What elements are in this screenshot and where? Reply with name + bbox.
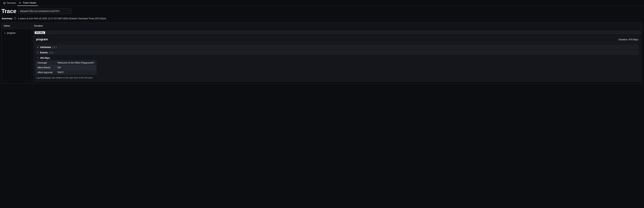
attr-key: effect.logLevel <box>36 70 55 75</box>
section-events-count: ( 1 ) <box>49 51 53 54</box>
summary-text: 1 spans at Sun Feb 16 2025 13:27:03 GMT-… <box>18 17 106 20</box>
help-icon[interactable] <box>14 17 16 20</box>
svg-point-2 <box>15 19 15 19</box>
detail-duration: Duration: 970.00µs <box>618 38 638 41</box>
attr-key: message <box>36 60 55 65</box>
section-attributes-count: ( 1 ) <box>52 46 56 49</box>
event-timestamp: 365.00µs <box>40 57 50 59</box>
span-row-program[interactable]: program <box>3 31 30 35</box>
chevron-up-icon <box>37 57 39 59</box>
tab-trace-viewer-label: Trace Viewer <box>23 1 36 4</box>
chevron-up-icon <box>37 52 39 54</box>
gantt-icon <box>19 1 22 4</box>
svg-rect-0 <box>4 2 6 4</box>
page-title: Trace <box>2 8 16 14</box>
event-row[interactable]: 365.00µs <box>36 55 639 60</box>
tab-terminal[interactable]: Terminal <box>2 0 17 6</box>
table-row: message"Welcome to the Effect Playground… <box>36 60 96 65</box>
table-row: effect.logLevel"INFO" <box>36 70 96 75</box>
section-events-title: Events <box>40 51 48 54</box>
summary: Summary 1 spans at Sun Feb 16 2025 13:27… <box>0 16 644 22</box>
section-attributes-title: Attributes <box>40 46 51 49</box>
span-detail-card: program Duration: 970.00µs Attributes ( … <box>34 35 641 82</box>
attr-value: "INFO" <box>55 70 96 75</box>
table-row: effect.fiberId"#0" <box>36 65 96 70</box>
terminal-icon <box>3 2 6 4</box>
panel-header: Name Duration <box>2 23 642 29</box>
column-duration: Duration <box>32 23 642 29</box>
attr-value: "#0" <box>55 65 96 70</box>
span-detail-pane: 970.00µs program Duration: 970.00µs Attr… <box>32 29 642 84</box>
footnote: Log timestamps are relative to the start… <box>36 76 639 79</box>
section-events[interactable]: Events ( 1 ) <box>36 50 639 55</box>
chevron-up-down-icon <box>68 10 70 12</box>
attr-key: effect.fiberId <box>36 65 55 70</box>
span-tree: program <box>2 29 32 84</box>
trace-select-value: 8dda8d72f9c12e113e0de5141d57ff75 <box>20 10 60 12</box>
span-name: program <box>7 32 16 34</box>
timeline-bar: 970.00µs <box>35 31 45 34</box>
trace-panel: Name Duration program 970.00µs program D… <box>2 22 642 84</box>
span-bullet-icon <box>4 32 6 33</box>
chevron-down-icon <box>37 46 39 48</box>
tab-trace-viewer[interactable]: Trace Viewer <box>17 0 38 6</box>
top-tabs: Terminal Trace Viewer <box>0 0 644 6</box>
column-name: Name <box>2 23 32 29</box>
toolbar: Trace 8dda8d72f9c12e113e0de5141d57ff75 <box>0 6 644 16</box>
timeline[interactable]: 970.00µs <box>34 30 641 34</box>
trace-select[interactable]: 8dda8d72f9c12e113e0de5141d57ff75 <box>18 8 72 14</box>
section-attributes[interactable]: Attributes ( 1 ) <box>36 45 639 50</box>
detail-span-name: program <box>36 38 48 41</box>
event-attributes-table: message"Welcome to the Effect Playground… <box>36 60 96 75</box>
attr-value: "Welcome to the Effect Playground!" <box>55 60 96 65</box>
summary-label: Summary <box>2 17 12 20</box>
tab-terminal-label: Terminal <box>7 1 16 4</box>
